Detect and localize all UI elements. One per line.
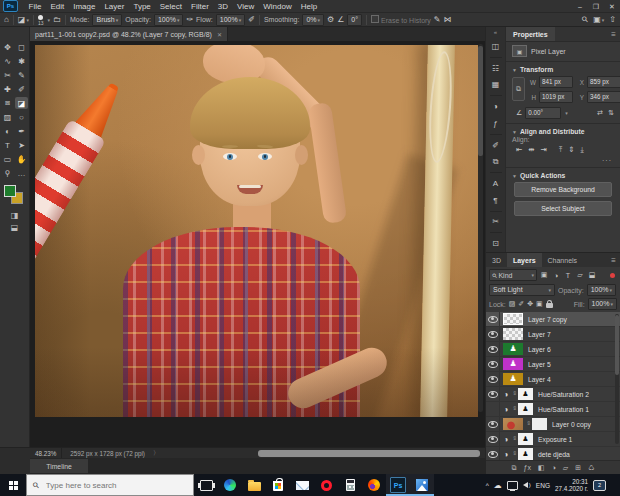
foreground-color-swatch[interactable] — [4, 185, 16, 197]
layer-mask-thumbnail[interactable]: ♟ — [518, 433, 533, 445]
lock-transparency-icon[interactable]: ▨ — [509, 300, 516, 308]
mask-link-icon[interactable]: ∞ — [512, 406, 518, 412]
file-explorer-taskbar-button[interactable] — [242, 474, 266, 496]
layer-row[interactable]: ◑ ∞ ♟ Exposure 1 — [486, 432, 620, 447]
visibility-toggle[interactable] — [486, 432, 500, 446]
menu-help[interactable]: Help — [296, 0, 321, 13]
mode-select[interactable]: Brush▾ — [92, 14, 122, 26]
visibility-toggle[interactable] — [486, 417, 500, 431]
visibility-toggle[interactable] — [486, 372, 500, 386]
angle-field[interactable]: 0° — [347, 14, 362, 26]
new-adjustment-icon[interactable]: ◑ — [552, 464, 556, 471]
eyedropper-tool[interactable]: ✎ — [15, 69, 28, 81]
share-icon[interactable]: ⇧ — [609, 15, 616, 24]
layer-row[interactable]: ◑ ∞ ♟ dete djeda — [486, 447, 620, 460]
layer-mask-thumbnail[interactable]: ♟ — [518, 403, 533, 415]
character-panel-icon[interactable]: A — [489, 178, 503, 190]
swatches-panel-icon[interactable]: ☷ — [489, 62, 503, 74]
tab-close-icon[interactable]: ✕ — [217, 31, 222, 38]
erase-history-checkbox[interactable]: Erase to History — [371, 15, 431, 24]
align-center-h-icon[interactable]: ⇹ — [528, 145, 534, 155]
screen-mode-icon[interactable]: ⬓ — [11, 223, 19, 232]
home-icon[interactable]: ⌂ — [4, 15, 9, 24]
visibility-toggle[interactable] — [486, 312, 500, 326]
visibility-toggle[interactable] — [486, 447, 500, 460]
layer-thumbnail[interactable] — [503, 418, 523, 430]
clone-stamp-tool[interactable]: ⧈ — [1, 97, 14, 109]
menu-edit[interactable]: Edit — [46, 0, 69, 13]
tab-properties[interactable]: Properties — [506, 27, 555, 41]
lock-position-icon[interactable]: ✥ — [527, 300, 533, 308]
horizontal-scrollbar[interactable] — [258, 450, 480, 457]
width-field[interactable]: 841 px — [539, 76, 573, 88]
add-mask-icon[interactable]: ◧ — [538, 464, 545, 472]
menu-type[interactable]: Type — [129, 0, 155, 13]
pressure-opacity-icon[interactable]: ✑ — [186, 15, 193, 24]
timeline-tab[interactable]: Timeline — [30, 459, 88, 473]
dodge-tool[interactable]: ◐ — [1, 125, 14, 137]
hand-tool[interactable]: ✋ — [15, 153, 28, 165]
flip-horizontal-icon[interactable]: ⇄ — [597, 109, 603, 117]
menu-view[interactable]: View — [233, 0, 259, 13]
eraser-preset-icon[interactable]: ◪▾ — [18, 15, 29, 24]
clone-source-panel-icon[interactable]: ⧉ — [489, 156, 503, 168]
transform-section-header[interactable]: ▼ Transform — [506, 63, 620, 74]
lock-pixels-icon[interactable]: ✐ — [518, 300, 524, 308]
close-button[interactable]: ✕ — [604, 0, 620, 13]
visibility-toggle[interactable] — [486, 357, 500, 371]
photos-taskbar-button[interactable] — [410, 474, 434, 496]
align-bottom-icon[interactable]: ⤓ — [581, 145, 584, 155]
onedrive-icon[interactable]: ☁ — [494, 481, 502, 490]
eraser-tool[interactable]: ◪ — [15, 97, 28, 109]
flow-select[interactable]: 100%▾ — [216, 14, 245, 26]
align-section-header[interactable]: ▼ Align and Distribute — [506, 125, 620, 136]
rotation-field[interactable]: 0.00° — [525, 107, 561, 119]
menu-filter[interactable]: Filter — [187, 0, 214, 13]
layer-mask-thumbnail[interactable] — [532, 418, 547, 430]
tray-expand-icon[interactable]: ^ — [486, 482, 489, 489]
symmetry-icon[interactable]: ⋈ — [444, 15, 452, 24]
layers-scrollbar[interactable] — [615, 314, 619, 444]
layer-thumbnail[interactable]: ♟ — [503, 373, 523, 385]
document-tab[interactable]: part11_1-001 copy2.psd @ 48.2% (Layer 7 … — [30, 27, 228, 41]
photoshop-taskbar-button[interactable]: Ps — [386, 474, 410, 496]
menu-window[interactable]: Window — [259, 0, 296, 13]
brush-size-preview[interactable]: 13 — [38, 15, 44, 25]
layer-row[interactable]: Layer 7 — [486, 327, 620, 342]
type-tool[interactable]: T — [1, 139, 14, 151]
brush-tool[interactable]: ✐ — [15, 83, 28, 95]
mail-taskbar-button[interactable] — [290, 474, 314, 496]
fill-select[interactable]: 100%▾ — [588, 298, 617, 310]
x-field[interactable]: 859 px — [587, 76, 620, 88]
layer-thumbnail[interactable]: ♟ — [503, 358, 523, 370]
adjustments-panel-icon[interactable]: ◑ — [489, 101, 503, 113]
notes-panel-icon[interactable]: ⊡ — [489, 238, 503, 250]
blend-mode-select[interactable]: Soft Light▾ — [489, 284, 555, 296]
visibility-toggle[interactable] — [486, 387, 500, 401]
link-layers-icon[interactable]: ⧉ — [512, 464, 517, 472]
new-layer-icon[interactable]: ⊞ — [575, 464, 581, 472]
collapse-dock-icon[interactable]: « — [494, 29, 497, 35]
edit-toolbar-icon[interactable]: … — [15, 167, 28, 179]
status-arrow-icon[interactable]: 〉 — [153, 449, 159, 458]
taskbar-search[interactable]: ⚲ — [26, 474, 194, 496]
menu-select[interactable]: Select — [155, 0, 186, 13]
layer-mask-thumbnail[interactable]: ♟ — [518, 388, 533, 400]
zoom-tool[interactable]: ⚲ — [1, 167, 14, 179]
remove-background-button[interactable]: Remove Background — [514, 182, 612, 197]
spot-healing-tool[interactable]: ✚ — [1, 83, 14, 95]
pen-tool[interactable]: ✒ — [15, 125, 28, 137]
layer-effects-icon[interactable]: ƒx — [524, 464, 531, 471]
align-right-icon[interactable]: ⇥ — [541, 145, 547, 155]
pressure-size-icon[interactable]: ✎ — [434, 15, 441, 24]
filter-group-icon[interactable]: ▱ — [575, 271, 585, 279]
y-field[interactable]: 346 px — [587, 91, 620, 103]
mask-link-icon[interactable]: ∞ — [512, 451, 518, 457]
visibility-toggle[interactable] — [486, 327, 500, 341]
filter-smart-object-icon[interactable]: ⬓ — [587, 271, 597, 279]
quick-selection-tool[interactable]: ✱ — [15, 55, 28, 67]
search-icon[interactable]: ⚲ — [580, 14, 591, 25]
paragraph-panel-icon[interactable]: ¶ — [489, 194, 503, 206]
smoothing-gear-icon[interactable]: ⚙ — [327, 15, 334, 24]
visibility-toggle[interactable] — [486, 342, 500, 356]
